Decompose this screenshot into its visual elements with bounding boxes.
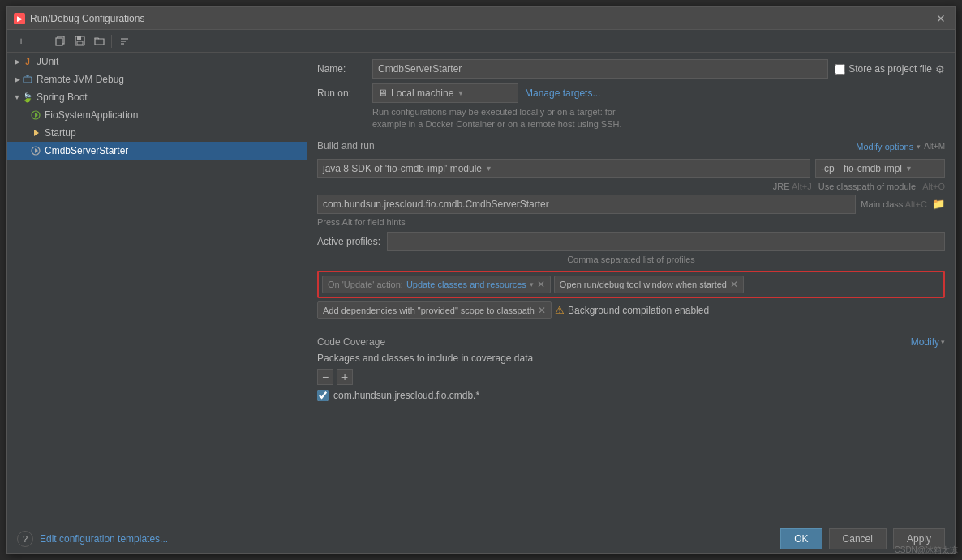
sdk-value: java 8 SDK of 'fio-cmdb-impl' module (323, 163, 482, 174)
update-action-close-icon[interactable]: ✕ (537, 279, 545, 290)
open-debug-tag: Open run/debug tool window when started … (554, 276, 744, 293)
jre-shortcut: JRE Alt+J (773, 182, 812, 191)
field-hint: Press Alt for field hints (317, 217, 945, 227)
tree-item-junit[interactable]: ▶ J JUnit (7, 53, 307, 71)
ok-button[interactable]: OK (780, 528, 822, 549)
spring-icon: 🍃 (22, 92, 33, 103)
name-row: Name: Store as project file ⚙ (317, 59, 945, 79)
copy-button[interactable] (51, 32, 69, 50)
manage-targets-link[interactable]: Manage targets... (525, 88, 600, 99)
bottom-bar: ? Edit configuration templates... OK Can… (7, 524, 955, 553)
cmdb-label: CmdbServerStarter (45, 145, 128, 156)
main-class-folder-icon[interactable]: 📁 (932, 198, 945, 210)
store-project-label: Store as project file (848, 63, 932, 75)
run-on-value: Local machine (391, 88, 453, 99)
toolbar-separator (111, 35, 112, 48)
coverage-value: com.hundsun.jrescloud.fio.cmdb.* (333, 390, 479, 401)
close-button[interactable]: ✕ (934, 11, 948, 26)
cp-arrow-icon: ▼ (905, 165, 913, 173)
dialog-title: Run/Debug Configurations (30, 13, 144, 24)
update-action-label: On 'Update' action: (328, 280, 403, 289)
tree-item-cmdb[interactable]: CmdbServerStarter (7, 142, 307, 160)
run-on-label: Run on: (317, 88, 366, 99)
deps-row: Add dependencies with "provided" scope t… (317, 301, 945, 319)
help-button[interactable]: ? (17, 531, 33, 547)
shortcut-row: JRE Alt+J Use classpath of module Alt+O (317, 182, 945, 191)
store-project-checkbox[interactable] (835, 64, 845, 75)
cp-dropdown[interactable]: -cp fio-cmdb-impl ▼ (815, 159, 945, 178)
save-button[interactable] (71, 32, 88, 50)
remote-label: Remote JVM Debug (37, 74, 124, 85)
cmdb-icon (30, 145, 41, 156)
svg-rect-1 (56, 38, 62, 45)
main-class-input[interactable] (317, 195, 856, 214)
modify-options-container: Modify options ▾ Alt+M (856, 138, 945, 156)
add-button[interactable]: + (12, 32, 30, 50)
cp-value: fio-cmdb-impl (844, 163, 902, 174)
modify-options-button[interactable]: Modify options ▾ Alt+M (856, 138, 945, 156)
toolbar: + − (7, 30, 955, 53)
update-action-dropdown-icon[interactable]: ▾ (530, 280, 534, 289)
update-action-tags-row: On 'Update' action: Update classes and r… (317, 271, 945, 298)
svg-rect-8 (24, 77, 32, 83)
coverage-checkbox[interactable] (317, 390, 329, 401)
svg-marker-15 (35, 148, 38, 153)
active-profiles-input[interactable] (387, 232, 945, 251)
open-debug-label: Open run/debug tool window when started (560, 280, 727, 289)
cp-label: -cp (821, 163, 835, 174)
section-divider (317, 331, 945, 331)
tree-item-fio-system[interactable]: FioSystemApplication (7, 106, 307, 124)
app-icon: ▶ (14, 13, 25, 24)
run-debug-dialog: ▶ Run/Debug Configurations ✕ + − ▶ J (6, 6, 956, 554)
tree-item-remote-jvm[interactable]: ▶ Remote JVM Debug (7, 71, 307, 88)
warning-icon: ⚠ (555, 304, 565, 316)
name-label: Name: (317, 63, 366, 75)
tree-item-spring-boot[interactable]: ▼ 🍃 Spring Boot (7, 88, 307, 106)
run-on-dropdown[interactable]: 🖥 Local machine ▼ (372, 83, 518, 103)
coverage-remove-button[interactable]: − (317, 369, 333, 385)
use-classpath-shortcut: Alt+O (922, 182, 945, 191)
background-compilation-container: ⚠ Background compilation enabled (555, 304, 709, 316)
build-run-title: Build and run (317, 140, 375, 153)
modify-options-shortcut: Alt+M (924, 142, 945, 151)
remove-button[interactable]: − (32, 32, 49, 50)
gear-icon[interactable]: ⚙ (935, 63, 945, 75)
cancel-button[interactable]: Cancel (829, 528, 887, 549)
add-deps-close-icon[interactable]: ✕ (538, 305, 546, 316)
modify-button[interactable]: Modify ▾ (911, 336, 945, 348)
name-input[interactable] (372, 59, 828, 79)
coverage-add-button[interactable]: + (337, 369, 353, 385)
coverage-desc: Packages and classes to include in cover… (317, 353, 945, 364)
remote-icon (22, 74, 33, 85)
fio-icon (30, 109, 41, 121)
main-class-row: Main class Alt+C 📁 (317, 195, 945, 214)
folder-button[interactable] (90, 32, 108, 50)
update-action-tag: On 'Update' action: Update classes and r… (322, 276, 551, 293)
junit-label: JUnit (37, 56, 58, 67)
local-machine-icon: 🖥 (378, 88, 388, 99)
sort-button[interactable] (115, 32, 133, 50)
add-deps-label: Add dependencies with "provided" scope t… (323, 306, 535, 315)
title-bar: ▶ Run/Debug Configurations ✕ (7, 7, 955, 30)
sdk-dropdown[interactable]: java 8 SDK of 'fio-cmdb-impl' module ▼ (317, 159, 810, 178)
coverage-entry: com.hundsun.jrescloud.fio.cmdb.* (317, 390, 945, 401)
edit-config-link[interactable]: Edit configuration templates... (40, 533, 168, 545)
active-profiles-row: Active profiles: (317, 232, 945, 251)
background-compilation-label: Background compilation enabled (568, 305, 709, 316)
open-debug-close-icon[interactable]: ✕ (730, 279, 738, 290)
code-coverage-title: Code Coverage (317, 336, 385, 348)
profiles-hint: Comma separated list of profiles (317, 254, 945, 264)
use-classpath-label: Use classpath of module (818, 182, 916, 191)
store-project-container: Store as project file ⚙ (835, 63, 945, 75)
remote-arrow: ▶ (12, 75, 22, 84)
active-profiles-label: Active profiles: (317, 236, 380, 247)
junit-icon: J (22, 56, 33, 67)
sdk-dropdown-arrow: ▼ (485, 165, 492, 173)
watermark: CSDN@冰箱太凉 (895, 545, 959, 556)
code-coverage-header: Code Coverage Modify ▾ (317, 336, 945, 348)
spring-boot-label: Spring Boot (37, 92, 88, 103)
update-action-value: Update classes and resources (406, 280, 526, 289)
modify-options-arrow: ▾ (917, 143, 921, 151)
fio-label: FioSystemApplication (45, 109, 138, 121)
tree-item-startup[interactable]: Startup (7, 124, 307, 142)
